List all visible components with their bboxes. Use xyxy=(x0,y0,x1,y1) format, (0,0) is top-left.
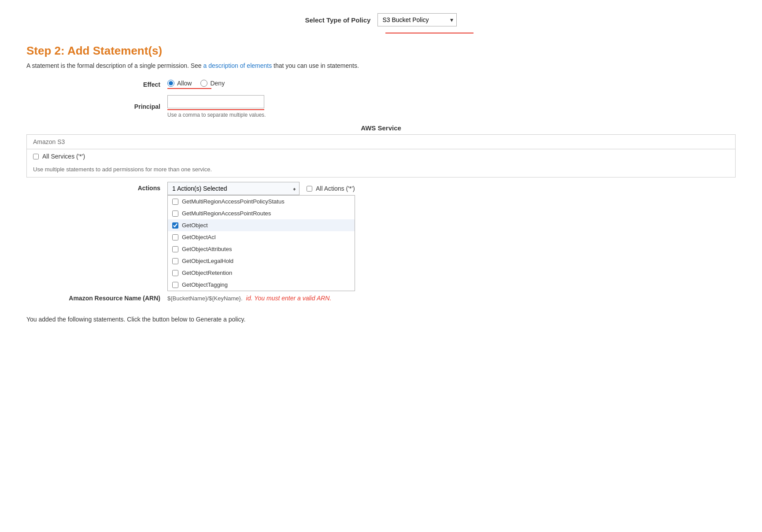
principal-input-wrapper: * Use a comma to separate multiple value… xyxy=(167,95,266,118)
action-item-getobjectretention[interactable]: GetObjectRetention xyxy=(168,267,355,279)
aws-service-box: Amazon S3 All Services ('*') Use multipl… xyxy=(26,134,736,177)
action-item-getobject[interactable]: GetObject xyxy=(168,219,355,231)
all-actions-option: All Actions ('*') xyxy=(307,185,355,192)
actions-select-wrapper[interactable]: 1 Action(s) Selected ⬥ xyxy=(167,182,300,195)
action-checkbox-getobjecttagging[interactable] xyxy=(172,282,178,288)
action-label-getobjectlegalhold: GetObjectLegalHold xyxy=(182,258,233,264)
effect-underline xyxy=(167,88,211,89)
action-item-getobjectattributes[interactable]: GetObjectAttributes xyxy=(168,243,355,255)
action-checkbox-getobjectlegalhold[interactable] xyxy=(172,258,178,264)
action-item-getobjecttagging[interactable]: GetObjectTagging xyxy=(168,279,355,291)
aws-service-section-label: AWS Service xyxy=(26,124,736,132)
elements-link[interactable]: a description of elements xyxy=(203,62,272,69)
action-label-getobject: GetObject xyxy=(182,222,208,229)
effect-label: Effect xyxy=(26,81,167,88)
effect-deny-option[interactable]: Deny xyxy=(200,80,225,87)
footer-note: You added the following statements. Clic… xyxy=(26,316,736,323)
effect-radio-group: Allow Deny xyxy=(167,80,225,87)
actions-controls: 1 Action(s) Selected ⬥ All Actions ('*') xyxy=(167,182,355,195)
action-label-getobjecttagging: GetObjectTagging xyxy=(182,281,228,288)
actions-dropdown-arrow: ⬥ xyxy=(293,185,296,192)
actions-label: Actions xyxy=(26,182,167,192)
action-label-getobjectacl: GetObjectAcl xyxy=(182,234,216,240)
action-checkbox-getobjectacl[interactable] xyxy=(172,234,178,240)
action-label-getobjectattributes: GetObjectAttributes xyxy=(182,246,232,252)
all-services-row: All Services ('*') xyxy=(27,149,735,163)
principal-row: Principal * Use a comma to separate mult… xyxy=(26,95,736,118)
effect-allow-label: Allow xyxy=(177,80,192,87)
all-actions-label: All Actions ('*') xyxy=(316,185,355,192)
select-type-underline xyxy=(385,33,473,33)
action-checkbox-getobjectattributes[interactable] xyxy=(172,246,178,252)
effect-allow-radio[interactable] xyxy=(167,80,174,87)
step2-heading: Step 2: Add Statement(s) xyxy=(26,44,736,58)
action-label-getmultiregion: GetMultiRegionAccessPointPolicyStatus xyxy=(182,198,285,205)
all-services-label: All Services ('*') xyxy=(42,153,85,160)
principal-underline xyxy=(167,109,264,110)
action-label-getobjectretention: GetObjectRetention xyxy=(182,270,232,276)
action-item-getobjectlegalhold[interactable]: GetObjectLegalHold xyxy=(168,255,355,267)
effect-allow-option[interactable]: Allow xyxy=(167,80,192,87)
policy-type-select[interactable]: S3 Bucket Policy IAM Policy SNS Topic Po… xyxy=(377,13,457,26)
all-services-checkbox[interactable] xyxy=(33,154,39,159)
arn-error: id. You must enter a valid ARN. xyxy=(246,295,332,302)
action-checkbox-getobjectretention[interactable] xyxy=(172,270,178,276)
effect-deny-label: Deny xyxy=(210,80,225,87)
arn-label: Amazon Resource Name (ARN) xyxy=(26,295,167,302)
aws-service-header: Amazon S3 xyxy=(27,135,735,149)
effect-row: Effect Allow Deny xyxy=(26,80,736,89)
action-checkbox-getmultiroutes[interactable] xyxy=(172,211,178,217)
action-item-getobjectacl[interactable]: GetObjectAcl xyxy=(168,231,355,243)
action-checkbox-getobject[interactable] xyxy=(172,222,178,229)
effect-deny-radio[interactable] xyxy=(200,80,207,87)
policy-type-select-wrapper[interactable]: S3 Bucket Policy IAM Policy SNS Topic Po… xyxy=(377,13,457,26)
actions-select[interactable]: 1 Action(s) Selected xyxy=(167,182,300,195)
all-services-hint: Use multiple statements to add permissio… xyxy=(27,163,735,177)
action-item-getmultiroutes[interactable]: GetMultiRegionAccessPointRoutes xyxy=(168,207,355,219)
arn-row: Amazon Resource Name (ARN) ${BucketName}… xyxy=(26,295,736,302)
principal-label: Principal xyxy=(26,103,167,110)
action-item-getmultiregion[interactable]: GetMultiRegionAccessPointPolicyStatus xyxy=(168,196,355,207)
actions-dropdown-list: GetMultiRegionAccessPointPolicyStatus Ge… xyxy=(167,195,355,291)
action-checkbox-getmultiregion[interactable] xyxy=(172,199,178,205)
arn-value: ${BucketName}/${KeyName}. xyxy=(167,295,243,302)
actions-dropdown-block: 1 Action(s) Selected ⬥ All Actions ('*')… xyxy=(167,182,355,291)
actions-row: Actions 1 Action(s) Selected ⬥ All Actio… xyxy=(26,182,736,291)
all-actions-checkbox[interactable] xyxy=(307,186,312,192)
step2-description: A statement is the formal description of… xyxy=(26,62,736,69)
action-label-getmultiroutes: GetMultiRegionAccessPointRoutes xyxy=(182,210,271,217)
select-type-label: Select Type of Policy xyxy=(305,16,371,24)
principal-hint: Use a comma to separate multiple values. xyxy=(167,112,266,118)
principal-input[interactable]: * xyxy=(167,95,264,108)
